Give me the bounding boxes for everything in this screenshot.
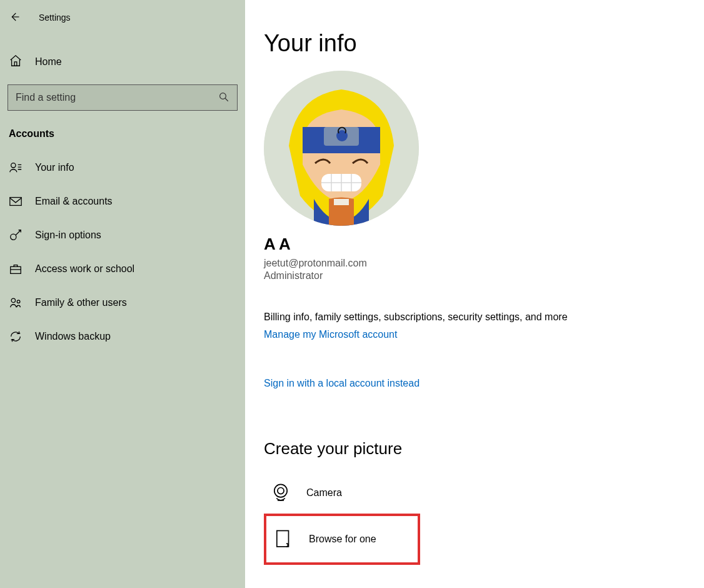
sidebar-section-header: Accounts bbox=[0, 111, 245, 151]
sidebar-home[interactable]: Home bbox=[0, 46, 245, 77]
svg-rect-2 bbox=[10, 198, 21, 206]
sidebar-item-label: Sign-in options bbox=[35, 230, 101, 241]
svg-point-14 bbox=[278, 488, 284, 494]
svg-point-13 bbox=[274, 484, 287, 497]
sidebar-item-email[interactable]: Email & accounts bbox=[0, 185, 245, 218]
browse-option[interactable]: Browse for one bbox=[266, 517, 418, 561]
local-account-link[interactable]: Sign in with a local account instead bbox=[264, 378, 420, 389]
camera-label: Camera bbox=[306, 487, 342, 499]
sidebar-item-your-info[interactable]: Your info bbox=[0, 151, 245, 185]
key-icon bbox=[9, 228, 23, 242]
svg-rect-12 bbox=[334, 199, 349, 205]
svg-rect-15 bbox=[277, 530, 289, 547]
browse-highlight: Browse for one bbox=[264, 514, 420, 565]
family-icon bbox=[9, 296, 23, 310]
sidebar-nav: Your info Email & accounts Sign-in optio… bbox=[0, 151, 245, 353]
camera-option[interactable]: Camera bbox=[264, 474, 685, 512]
main-panel: Your info A A jeetut@protonmail.com Admi… bbox=[245, 0, 704, 588]
camera-icon bbox=[270, 482, 291, 504]
header-row: Settings bbox=[0, 5, 245, 30]
sync-icon bbox=[9, 330, 23, 343]
sidebar-item-label: Email & accounts bbox=[35, 196, 113, 207]
sidebar-item-label: Windows backup bbox=[35, 331, 111, 342]
user-email: jeetut@protonmail.com bbox=[264, 258, 685, 269]
briefcase-icon bbox=[9, 262, 23, 276]
billing-info-text: Billing info, family settings, subscript… bbox=[264, 312, 685, 323]
svg-point-5 bbox=[11, 298, 15, 302]
sidebar-item-signin[interactable]: Sign-in options bbox=[0, 218, 245, 252]
window-title: Settings bbox=[39, 13, 71, 23]
svg-point-6 bbox=[17, 300, 20, 303]
sidebar-item-family[interactable]: Family & other users bbox=[0, 286, 245, 320]
back-icon[interactable] bbox=[9, 11, 20, 24]
svg-rect-4 bbox=[11, 266, 21, 273]
username: A A bbox=[264, 235, 685, 254]
sidebar-home-label: Home bbox=[35, 56, 62, 68]
person-lines-icon bbox=[9, 161, 23, 175]
search-box[interactable] bbox=[8, 84, 238, 111]
browse-label: Browse for one bbox=[309, 534, 376, 545]
home-icon bbox=[9, 54, 23, 69]
sidebar: Settings Home Accounts Your inf bbox=[0, 0, 245, 588]
svg-point-0 bbox=[220, 93, 226, 99]
manage-account-link[interactable]: Manage my Microsoft account bbox=[264, 329, 397, 340]
sidebar-item-work[interactable]: Access work or school bbox=[0, 252, 245, 286]
svg-point-3 bbox=[11, 234, 16, 240]
sidebar-item-label: Access work or school bbox=[35, 263, 134, 275]
avatar bbox=[264, 71, 419, 226]
create-picture-heading: Create your picture bbox=[264, 439, 685, 459]
user-role: Administrator bbox=[264, 270, 685, 281]
sidebar-item-backup[interactable]: Windows backup bbox=[0, 320, 245, 353]
svg-point-1 bbox=[11, 163, 16, 168]
search-input[interactable] bbox=[16, 92, 218, 103]
sidebar-item-label: Your info bbox=[35, 162, 74, 173]
browse-icon bbox=[273, 529, 294, 550]
sidebar-item-label: Family & other users bbox=[35, 297, 127, 308]
search-icon bbox=[218, 91, 229, 104]
mail-icon bbox=[9, 195, 23, 208]
page-title: Your info bbox=[264, 30, 685, 57]
